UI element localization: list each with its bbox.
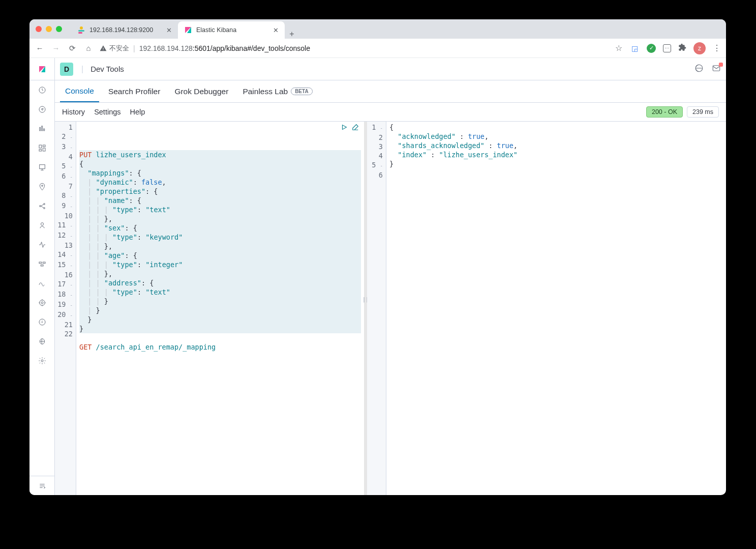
- svg-point-14: [41, 223, 43, 225]
- svg-rect-16: [41, 265, 43, 266]
- siem-icon[interactable]: [29, 293, 54, 312]
- request-gutter: 12 -3 -45 -6 -78 -9 -1011 -12 -1314 -15 …: [55, 122, 76, 495]
- editor-wrap: 12 -3 -45 -6 -78 -9 -1011 -12 -1314 -15 …: [55, 121, 726, 495]
- metrics-icon[interactable]: [29, 216, 54, 235]
- extension-icon-3[interactable]: ⋯: [663, 44, 671, 52]
- not-secure-warning[interactable]: 不安全: [100, 44, 129, 53]
- new-tab-button[interactable]: +: [285, 30, 299, 39]
- extensions-icon[interactable]: [678, 43, 686, 53]
- warning-icon: [100, 45, 107, 52]
- svg-point-19: [39, 300, 45, 306]
- tab-title: 192.168.194.128:9200: [89, 26, 153, 34]
- help-link[interactable]: Help: [130, 108, 145, 116]
- svg-rect-17: [43, 262, 45, 264]
- svg-point-18: [41, 302, 43, 304]
- tabs: 192.168.194.128:9200 ✕ Elastic Kibana ✕ …: [71, 19, 299, 39]
- svg-point-10: [41, 185, 43, 187]
- visualize-icon[interactable]: [29, 119, 54, 138]
- svg-rect-8: [39, 150, 42, 151]
- address-bar: ← → ⟳ ⌂ 不安全 | 192.168.194.128:5601/app/k…: [29, 39, 726, 58]
- uptime-icon[interactable]: [29, 274, 54, 293]
- response-pane: 1 -2345 -6 { "acknowledged" : true, "sha…: [367, 122, 726, 495]
- ml-icon[interactable]: [29, 196, 54, 216]
- request-pane: 12 -3 -45 -6 -78 -9 -1011 -12 -1314 -15 …: [55, 122, 367, 495]
- kibana-app: D | Dev Tools Console Search Profiler Gr…: [29, 58, 726, 495]
- top-header: D | Dev Tools: [55, 58, 726, 80]
- space-badge[interactable]: D: [60, 63, 73, 76]
- toolbar: History Settings Help 200 - OK 239 ms: [55, 103, 726, 121]
- breadcrumb: Dev Tools: [90, 65, 124, 73]
- extension-icon-2[interactable]: ✓: [647, 44, 656, 53]
- profile-avatar[interactable]: z: [693, 42, 706, 54]
- collapse-sidebar-icon[interactable]: [29, 476, 54, 495]
- svg-rect-6: [43, 145, 45, 147]
- logs-icon[interactable]: [29, 235, 54, 254]
- app-sidebar: [29, 58, 55, 495]
- tab-bar: 192.168.194.128:9200 ✕ Elastic Kibana ✕ …: [29, 19, 726, 39]
- app-main: D | Dev Tools Console Search Profiler Gr…: [55, 58, 726, 495]
- kibana-logo-icon[interactable]: [29, 58, 54, 80]
- send-request-icon[interactable]: [341, 124, 348, 133]
- home-button[interactable]: ⌂: [83, 44, 94, 52]
- canvas-icon[interactable]: [29, 158, 54, 177]
- dashboard-icon[interactable]: [29, 138, 54, 158]
- browser-menu-icon[interactable]: ⋮: [713, 43, 721, 53]
- svg-rect-2: [78, 32, 82, 34]
- secondary-tabs: Console Search Profiler Grok Debugger Pa…: [55, 80, 726, 103]
- notifications-icon[interactable]: [712, 64, 721, 75]
- response-timing: 239 ms: [687, 106, 719, 118]
- bookmark-icon[interactable]: ☆: [615, 43, 622, 53]
- request-options-icon[interactable]: [352, 124, 359, 133]
- monitoring-icon[interactable]: [29, 332, 54, 351]
- history-link[interactable]: History: [62, 108, 85, 116]
- beta-badge: BETA: [291, 88, 312, 95]
- response-viewer[interactable]: { "acknowledged" : true, "shards_acknowl…: [386, 122, 726, 495]
- traffic-lights: [36, 26, 62, 32]
- tab-title: Elastic Kibana: [196, 26, 236, 34]
- response-status: 200 - OK: [646, 106, 683, 118]
- maximize-window-button[interactable]: [56, 26, 62, 32]
- address-bar-actions: ☆ ◲ ✓ ⋯ z ⋮: [615, 42, 721, 54]
- back-button[interactable]: ←: [35, 44, 45, 52]
- tab-close-icon[interactable]: ✕: [166, 26, 172, 34]
- svg-point-4: [39, 106, 45, 112]
- discover-icon[interactable]: [29, 100, 54, 119]
- forward-button[interactable]: →: [51, 44, 61, 52]
- kibana-favicon-icon: [184, 26, 192, 34]
- tab-painless-lab[interactable]: Painless Lab BETA: [237, 80, 317, 102]
- news-feed-icon[interactable]: [694, 64, 704, 75]
- tab-search-profiler[interactable]: Search Profiler: [103, 80, 166, 102]
- settings-link[interactable]: Settings: [94, 108, 120, 116]
- dev-tools-icon[interactable]: [29, 312, 54, 332]
- svg-point-0: [80, 26, 83, 30]
- svg-point-12: [43, 204, 45, 205]
- extension-icon-1[interactable]: ◲: [629, 43, 640, 53]
- tab-kibana[interactable]: Elastic Kibana ✕: [178, 21, 285, 39]
- close-window-button[interactable]: [36, 26, 42, 32]
- tab-console[interactable]: Console: [60, 80, 99, 102]
- management-icon[interactable]: [29, 351, 54, 370]
- minimize-window-button[interactable]: [46, 26, 52, 32]
- svg-rect-9: [39, 165, 45, 169]
- svg-rect-23: [713, 65, 720, 71]
- run-controls: [341, 124, 359, 133]
- tab-close-icon[interactable]: ✕: [273, 26, 279, 34]
- elasticsearch-favicon-icon: [77, 26, 85, 34]
- svg-rect-1: [78, 30, 84, 32]
- svg-point-13: [43, 208, 45, 209]
- request-editor[interactable]: PUT lizhe_users_index{ "mappings": { | "…: [76, 122, 364, 495]
- url-text: 192.168.194.128:5601/app/kibana#/dev_too…: [139, 44, 310, 52]
- recent-icon[interactable]: [29, 80, 54, 100]
- url-input[interactable]: 不安全 | 192.168.194.128:5601/app/kibana#/d…: [100, 44, 609, 53]
- svg-rect-15: [39, 262, 42, 264]
- tab-grok-debugger[interactable]: Grok Debugger: [169, 80, 233, 102]
- maps-icon[interactable]: [29, 177, 54, 196]
- response-gutter: 1 -2345 -6: [367, 122, 386, 495]
- apm-icon[interactable]: [29, 254, 54, 274]
- tab-elasticsearch[interactable]: 192.168.194.128:9200 ✕: [71, 21, 178, 39]
- reload-button[interactable]: ⟳: [67, 44, 77, 53]
- svg-point-21: [41, 360, 43, 362]
- svg-rect-5: [39, 145, 42, 148]
- svg-point-11: [39, 206, 41, 207]
- browser-window: 192.168.194.128:9200 ✕ Elastic Kibana ✕ …: [29, 19, 726, 495]
